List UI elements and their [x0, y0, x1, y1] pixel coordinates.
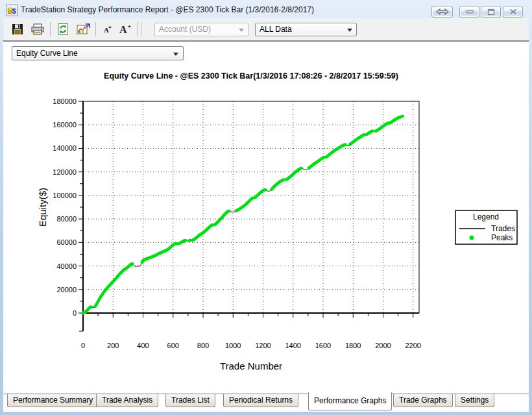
trades-line	[83, 116, 403, 313]
x-axis-label: Trade Number	[220, 360, 282, 371]
chevron-down-icon	[347, 29, 352, 32]
font-increase-button[interactable]: A	[117, 23, 132, 36]
print-button[interactable]	[30, 23, 45, 36]
svg-text:A: A	[104, 26, 109, 34]
legend-label-peaks: Peaks	[491, 233, 513, 242]
y-tick-label: 180000	[53, 97, 77, 105]
report-settings-icon	[76, 23, 90, 36]
chevron-down-icon	[173, 53, 178, 56]
tab-trade-graphs[interactable]: Trade Graphs	[393, 394, 453, 407]
y-tick-label: 120000	[53, 168, 77, 176]
chevron-down-icon	[239, 29, 244, 32]
tab-trades-list[interactable]: Trades List	[165, 394, 215, 407]
y-tick-label: 60000	[56, 238, 77, 246]
close-icon	[509, 8, 517, 15]
refresh-button[interactable]	[56, 23, 71, 36]
tradestation-report-window: $ TradeStation Strategy Performance Repo…	[0, 0, 532, 415]
y-tick-label: 0	[73, 309, 77, 317]
tab-settings[interactable]: Settings	[455, 394, 494, 407]
font-decrease-button[interactable]: A	[101, 23, 115, 36]
graph-type-dropdown[interactable]: Equity Curve Line	[12, 46, 184, 60]
chart-title: Equity Curve Line - @ES 2300 Tick Bar(1/…	[104, 71, 398, 81]
restore-icon	[487, 8, 495, 16]
equity-chart: 0200400600800100012001400160018002000220…	[3, 42, 529, 393]
x-tick-label: 2000	[375, 342, 391, 349]
save-button[interactable]	[11, 23, 25, 36]
report-settings-button[interactable]	[76, 23, 90, 36]
refresh-icon	[56, 23, 69, 36]
x-tick-label: 1600	[315, 342, 331, 349]
minimize-icon	[465, 9, 474, 14]
graph-type-dropdown-value: Equity Curve Line	[16, 49, 78, 58]
y-tick-label: 20000	[56, 286, 77, 294]
window-title: TradeStation Strategy Performance Report…	[21, 1, 314, 18]
y-tick-label: 100000	[53, 192, 77, 199]
toolbar: A A Account (USD) ALL Data	[3, 18, 529, 41]
save-icon	[11, 23, 24, 36]
x-tick-label: 800	[197, 342, 209, 349]
y-tick-label: 140000	[53, 144, 77, 152]
legend-peaks-dot	[470, 236, 474, 240]
x-tick-label: 2200	[405, 342, 421, 349]
double-arrow-icon	[436, 8, 449, 15]
x-tick-label: 400	[137, 342, 149, 349]
toolbar-separator	[95, 22, 96, 36]
toolbar-separator	[50, 22, 51, 36]
account-dropdown[interactable]: Account (USD)	[154, 23, 248, 36]
toolbar-separator	[137, 22, 138, 36]
account-dropdown-value: Account (USD)	[159, 25, 211, 34]
x-tick-label: 1400	[285, 342, 301, 349]
toolbar-separator	[141, 22, 141, 36]
tab-performance-graphs[interactable]: Performance Graphs	[308, 392, 392, 410]
tab-bar: Performance SummaryTrade AnalysisTrades …	[3, 392, 529, 412]
tab-trade-analysis[interactable]: Trade Analysis	[96, 394, 158, 407]
x-tick-label: 200	[107, 342, 119, 349]
close-button[interactable]	[503, 6, 523, 18]
title-bar: $ TradeStation Strategy Performance Repo…	[3, 1, 529, 18]
x-tick-label: 0	[81, 342, 85, 349]
data-range-dropdown-value: ALL Data	[260, 25, 292, 34]
y-tick-label: 80000	[56, 215, 77, 223]
x-tick-label: 600	[167, 342, 179, 349]
legend-label-trades: Trades	[491, 224, 515, 233]
x-tick-label: 1800	[345, 342, 361, 349]
peaks-dots	[82, 114, 404, 314]
svg-text:$: $	[12, 7, 16, 15]
y-tick-label: 160000	[53, 121, 77, 129]
y-tick-label: 40000	[56, 262, 77, 270]
detach-window-button[interactable]	[431, 6, 453, 18]
minimize-button[interactable]	[459, 6, 479, 18]
print-icon	[30, 23, 45, 36]
report-content: 0200400600800100012001400160018002000220…	[3, 41, 529, 393]
svg-text:A: A	[119, 24, 127, 35]
x-tick-label: 1200	[255, 342, 271, 349]
app-icon: $	[6, 5, 18, 16]
x-tick-label: 1000	[225, 342, 241, 349]
font-decrease-icon: A	[101, 23, 114, 36]
legend-title: Legend	[473, 212, 499, 221]
restore-button[interactable]	[481, 6, 501, 18]
font-increase-icon: A	[117, 23, 133, 36]
y-axis-label: Equity($)	[37, 188, 48, 227]
tab-performance-summary[interactable]: Performance Summary	[7, 394, 99, 407]
data-range-dropdown[interactable]: ALL Data	[255, 23, 357, 36]
tab-periodical-returns[interactable]: Periodical Returns	[223, 394, 298, 407]
